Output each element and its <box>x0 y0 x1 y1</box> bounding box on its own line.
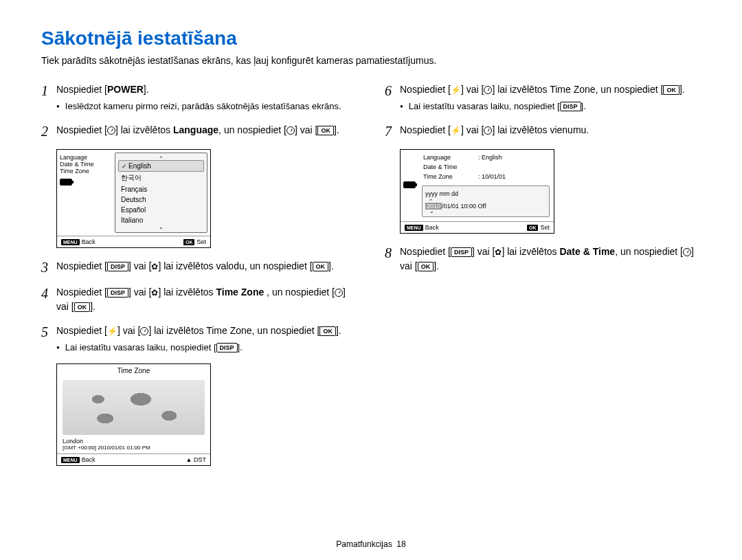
timer-icon <box>484 126 492 135</box>
step-8: 8 Nospiediet [DISP] vai [] lai izvēlētos… <box>385 245 701 273</box>
text: ] lai izvēlētos <box>115 124 173 135</box>
step-number: 3 <box>41 259 56 276</box>
caret-down-icon: ⌄ <box>429 210 546 214</box>
language-label: Language <box>173 124 218 135</box>
text: Nospiediet [ <box>56 84 107 95</box>
step-body: Nospiediet [] lai izvēlētos Language, un… <box>56 123 357 137</box>
flash-icon <box>451 84 461 95</box>
step-body: Nospiediet [DISP] vai [] lai izvēlētos D… <box>400 245 701 273</box>
row-key: Date & Time <box>423 164 478 170</box>
row-key: Time Zone <box>423 173 478 180</box>
date-format: yyyy mm dd <box>425 189 546 199</box>
text: ] lai izvēlētos Time Zone, un nospiediet… <box>492 84 663 95</box>
world-map-icon <box>63 380 205 435</box>
step-body: Nospiediet [] vai [] lai izvēlētos Time … <box>400 82 701 113</box>
step-body: Nospiediet [] vai [] lai izvēlētos Time … <box>56 324 357 355</box>
power-label: POWER <box>107 84 144 95</box>
bullet: Ieslēdzot kameru pirmo reizi, parādās sā… <box>56 100 357 113</box>
dst-label: DST <box>194 456 206 463</box>
text: ] vai [ <box>128 287 151 298</box>
step-5: 5 Nospiediet [] vai [] lai izvēlētos Tim… <box>41 324 357 355</box>
left-column: 1 Nospiediet [POWER]. Ieslēdzot kameru p… <box>41 82 357 477</box>
panel-left-list: Language Date & Time Time Zone <box>57 150 112 236</box>
text: ] lai izvēlētos Time Zone, un nospiediet… <box>148 325 319 336</box>
ok-tag: OK <box>527 225 539 231</box>
bullet-text: Lai iestatītu vasaras laiku, nospiediet … <box>65 342 216 352</box>
menu-tag: MENU <box>405 225 423 231</box>
panel-left-item: Date & Time <box>60 161 109 168</box>
text: ]. <box>336 325 341 336</box>
datetime-panel: Language: English Date & Time Time Zone:… <box>400 149 554 234</box>
right-column: 6 Nospiediet [] vai [] lai izvēlētos Tim… <box>385 82 701 477</box>
intro-text: Tiek parādīts sākotnējās iestatīšanas ek… <box>41 55 701 66</box>
step-3: 3 Nospiediet [DISP] vai [] lai izvēlētos… <box>41 259 357 276</box>
disp-button-icon: DISP <box>560 102 581 111</box>
step-number: 2 <box>41 123 56 139</box>
text: , un nospiediet [ <box>615 246 683 257</box>
bullet-text: ]. <box>581 101 586 111</box>
text: ]. <box>90 301 95 312</box>
text: ]. <box>144 84 149 95</box>
text: ] lai izvēlētos vienumu. <box>492 124 589 135</box>
set-label: Set <box>540 224 550 231</box>
step-2: 2 Nospiediet [] lai izvēlētos Language, … <box>41 123 357 139</box>
text: ] vai [ <box>128 260 151 271</box>
text: Nospiediet [ <box>400 124 451 135</box>
text: ] vai [ <box>461 124 484 135</box>
ok-button-icon: OK <box>74 302 91 312</box>
panel-footer: MENUBack OKSet <box>57 236 210 247</box>
text: Nospiediet [ <box>400 84 451 95</box>
timezone-label: Time Zone <box>216 287 264 298</box>
page-title: Sākotnējā iestatīšana <box>41 27 701 49</box>
footer-page: 18 <box>396 539 405 549</box>
panel-left <box>401 150 418 221</box>
step-body: Nospiediet [POWER]. Ieslēdzot kameru pir… <box>56 82 357 113</box>
text: ]. <box>434 260 439 271</box>
step-number: 7 <box>385 123 400 139</box>
menu-tag: MENU <box>61 239 80 245</box>
step-4: 4 Nospiediet [DISP] vai [] lai izvēlētos… <box>41 285 357 314</box>
text: Nospiediet [ <box>56 260 107 271</box>
text: ] vai [ <box>461 84 484 95</box>
text: ] lai izvēlētos <box>502 246 559 257</box>
timer-icon <box>286 126 295 135</box>
text: Nospiediet [ <box>400 246 451 257</box>
text: ] lai izvēlētos <box>158 287 216 298</box>
step-body: Nospiediet [DISP] vai [] lai izvēlētos v… <box>56 259 357 273</box>
language-panel: Language Date & Time Time Zone ^ English… <box>56 149 211 248</box>
panel-left-item: Time Zone <box>60 168 109 175</box>
step-number: 1 <box>41 82 56 99</box>
lang-item-french[interactable]: Français <box>118 184 204 194</box>
date-row: Date & Time <box>418 162 554 172</box>
lang-item-english[interactable]: English <box>118 160 204 172</box>
row-val: : English <box>478 154 502 161</box>
lang-item-german[interactable]: Deutsch <box>118 194 204 205</box>
set-label: Set <box>196 238 206 245</box>
row-val: : 10/01/01 <box>478 173 506 180</box>
text: ]. <box>679 84 685 95</box>
caret-up-icon: ^ <box>118 156 204 160</box>
date-selector[interactable]: yyyy mm dd ^ 2010/01/01 10:00 Off ⌄ <box>422 186 550 217</box>
battery-icon <box>403 181 416 188</box>
tz-location: London <box>57 438 210 445</box>
text: Nospiediet [ <box>56 287 107 298</box>
bullet-text: Lai iestatītu vasaras laiku, nospiediet … <box>409 101 560 111</box>
back-label: Back <box>425 224 439 231</box>
timer-icon <box>107 126 115 135</box>
tz-title: Time Zone <box>57 364 210 377</box>
ok-button-icon: OK <box>313 262 329 271</box>
text: ] vai [ <box>295 124 317 135</box>
page-footer: Pamatfunkcijas 18 <box>0 539 742 549</box>
text: Nospiediet [ <box>56 325 107 336</box>
timezone-panel: Time Zone London [GMT +00:00] 2010/01/01… <box>56 363 211 466</box>
lang-item-spanish[interactable]: Español <box>118 205 204 215</box>
text: , un nospiediet [ <box>218 124 286 135</box>
ok-button-icon: OK <box>418 262 434 271</box>
timer-icon <box>335 289 343 297</box>
lang-item-korean[interactable]: 한국어 <box>118 172 204 184</box>
timer-icon <box>140 327 148 335</box>
datetime-label: Date & Time <box>559 246 615 257</box>
language-list: ^ English 한국어 Français Deutsch Español I… <box>115 153 207 233</box>
date-value: /01/01 10:00 Off <box>442 203 486 210</box>
battery-icon <box>60 179 72 186</box>
